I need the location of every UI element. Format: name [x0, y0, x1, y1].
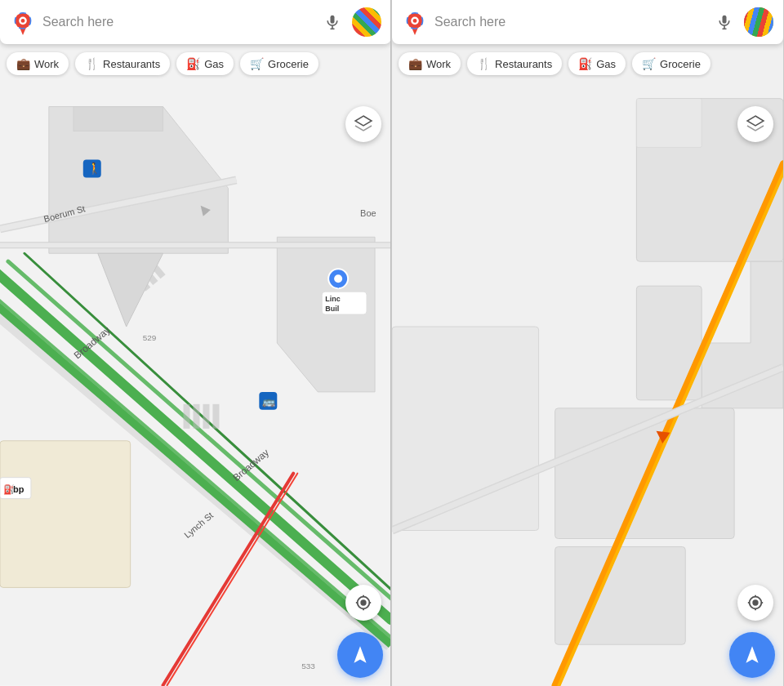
right-avatar[interactable] [744, 7, 773, 37]
groceries-icon-right: 🛒 [642, 57, 656, 70]
groceries-icon-left: 🛒 [250, 57, 264, 70]
svg-rect-65 [636, 99, 702, 148]
svg-text:Buil: Buil [325, 305, 339, 313]
right-layer-button[interactable] [737, 106, 773, 142]
right-location-button[interactable] [737, 585, 773, 621]
right-search-bar: Search here [392, 0, 783, 44]
left-nav-button[interactable] [337, 632, 383, 678]
left-chips-row: 💼 Work 🍴 Restaurants ⛽ Gas 🛒 Grocerie [0, 44, 391, 83]
chip-work-right[interactable]: 💼 Work [399, 52, 461, 75]
google-maps-logo-left [10, 9, 36, 35]
left-mic-icon[interactable] [321, 11, 344, 33]
left-search-bar: Search here [0, 0, 391, 44]
chip-groceries-right[interactable]: 🛒 Grocerie [632, 52, 710, 75]
chip-groceries-left[interactable]: 🛒 Grocerie [240, 52, 318, 75]
google-maps-logo-right [402, 9, 428, 35]
left-avatar[interactable] [352, 7, 381, 37]
left-location-button[interactable] [345, 585, 381, 621]
svg-rect-17 [194, 404, 200, 429]
chip-gas-right[interactable]: ⛽ Gas [568, 52, 626, 75]
svg-rect-90 [723, 16, 727, 24]
svg-text:Linc: Linc [325, 295, 340, 303]
svg-point-43 [334, 274, 342, 283]
svg-rect-18 [203, 404, 209, 429]
svg-point-95 [753, 600, 758, 605]
restaurants-icon-right: 🍴 [477, 57, 491, 70]
gas-icon-left: ⛽ [186, 57, 200, 70]
right-panel: Lynch St Ly 218 214 216 212 210 Search h… [392, 0, 784, 686]
svg-text:533: 533 [301, 662, 315, 670]
right-search-input[interactable]: Search here [434, 15, 705, 29]
svg-rect-69 [555, 546, 686, 644]
right-chips-row: 💼 Work 🍴 Restaurants ⛽ Gas 🛒 Grocerie [392, 44, 783, 83]
right-map[interactable]: Lynch St Ly 218 214 216 212 210 [392, 0, 783, 686]
svg-rect-19 [212, 404, 219, 429]
chip-work-left[interactable]: 💼 Work [7, 52, 69, 75]
work-icon-left: 💼 [16, 57, 30, 70]
svg-text:Boe: Boe [360, 208, 376, 218]
svg-rect-53 [331, 16, 335, 24]
svg-rect-16 [184, 404, 190, 429]
svg-rect-5 [0, 99, 391, 123]
svg-point-50 [21, 19, 25, 23]
right-nav-button[interactable] [729, 632, 775, 678]
svg-text:529: 529 [143, 333, 157, 342]
gas-icon-right: ⛽ [578, 57, 592, 70]
svg-marker-56 [355, 116, 372, 126]
left-map[interactable]: Boerum St Broadway Broadway Lynch St Boe… [0, 0, 391, 686]
chip-gas-left[interactable]: ⛽ Gas [176, 52, 234, 75]
left-search-input[interactable]: Search here [42, 15, 313, 29]
svg-text:bp: bp [13, 484, 24, 494]
left-panel: Boerum St Broadway Broadway Lynch St Boe… [0, 0, 392, 686]
svg-rect-3 [0, 441, 131, 588]
svg-text:🚶: 🚶 [87, 162, 102, 176]
chip-restaurants-right[interactable]: 🍴 Restaurants [467, 52, 562, 75]
work-icon-right: 💼 [408, 57, 422, 70]
right-mic-icon[interactable] [713, 11, 736, 33]
restaurants-icon-left: 🍴 [85, 57, 99, 70]
chip-restaurants-left[interactable]: 🍴 Restaurants [75, 52, 170, 75]
svg-text:🚌: 🚌 [262, 394, 276, 408]
svg-marker-93 [747, 116, 764, 126]
svg-point-87 [413, 19, 417, 23]
svg-marker-51 [19, 26, 27, 35]
left-layer-button[interactable] [345, 106, 381, 142]
svg-point-58 [361, 600, 366, 605]
svg-marker-88 [411, 26, 419, 35]
